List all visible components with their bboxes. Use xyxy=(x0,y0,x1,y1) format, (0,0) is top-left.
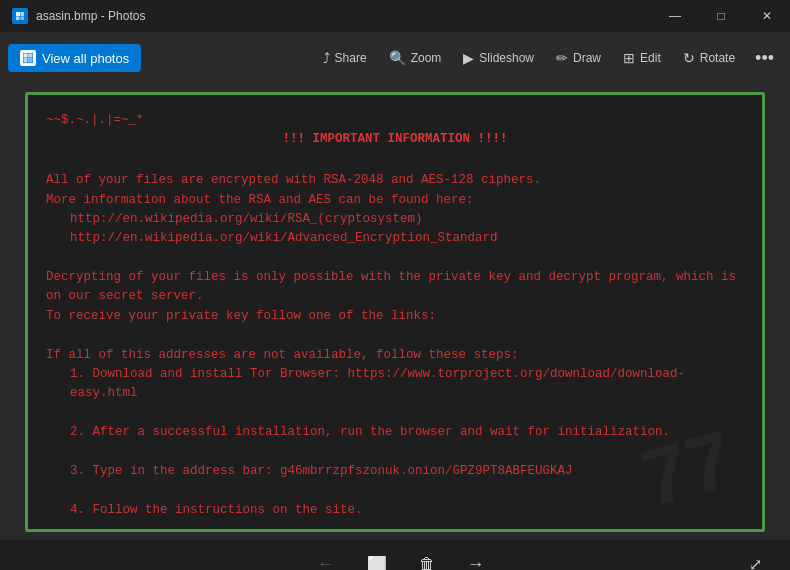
monitor-button[interactable]: ⬜ xyxy=(359,551,395,571)
window-title: asasin.bmp - Photos xyxy=(36,9,145,23)
svg-rect-1 xyxy=(16,12,20,16)
svg-rect-4 xyxy=(21,17,25,21)
share-label: Share xyxy=(335,51,367,65)
draw-label: Draw xyxy=(573,51,601,65)
bottom-bar: ← ⬜ 🗑 → ⤢ xyxy=(0,540,790,570)
note-line14: 1. Download and install Tor Browser: htt… xyxy=(70,365,744,404)
main-content: 77 ~~$.~.|.|=~_* !!! IMPORTANT INFORMATI… xyxy=(0,84,790,540)
svg-rect-3 xyxy=(16,17,20,21)
rotate-label: Rotate xyxy=(700,51,735,65)
note-line17: 4. Follow the instructions on the site. xyxy=(70,501,744,520)
back-button[interactable]: ← xyxy=(309,550,343,571)
slideshow-button[interactable]: ▶ Slideshow xyxy=(453,44,544,72)
note-important: !!! IMPORTANT INFORMATION !!!! xyxy=(46,130,744,149)
svg-rect-6 xyxy=(24,54,28,58)
zoom-button[interactable]: 🔍 Zoom xyxy=(379,44,452,72)
note-text: ~~$.~.|.|=~_* !!! IMPORTANT INFORMATION … xyxy=(46,111,744,532)
note-line9: Decrypting of your files is only possibl… xyxy=(46,270,736,303)
window-controls: — □ ✕ xyxy=(652,0,790,32)
draw-icon: ✏ xyxy=(556,50,568,66)
rotate-button[interactable]: ↻ Rotate xyxy=(673,44,745,72)
note-line4: All of your files are encrypted with RSA… xyxy=(46,173,541,187)
view-all-label: View all photos xyxy=(42,51,129,66)
edit-icon: ⊞ xyxy=(623,50,635,66)
photos-icon xyxy=(20,50,36,66)
edit-label: Edit xyxy=(640,51,661,65)
view-all-button[interactable]: View all photos xyxy=(8,44,141,72)
note-line6: http://en.wikipedia.org/wiki/RSA_(crypto… xyxy=(70,210,744,229)
slideshow-label: Slideshow xyxy=(479,51,534,65)
ransomware-note: 77 ~~$.~.|.|=~_* !!! IMPORTANT INFORMATI… xyxy=(25,92,765,532)
note-line10: To receive your private key follow one o… xyxy=(46,309,436,323)
maximize-button[interactable]: □ xyxy=(698,0,744,32)
svg-rect-8 xyxy=(24,58,28,63)
app-icon xyxy=(12,8,28,24)
slideshow-icon: ▶ xyxy=(463,50,474,66)
share-button[interactable]: ⤴ Share xyxy=(313,44,377,72)
svg-rect-9 xyxy=(28,58,33,63)
note-line16: 3. Type in the address bar: g46mbrrzpfsz… xyxy=(70,462,744,481)
svg-rect-7 xyxy=(28,54,33,58)
minimize-button[interactable]: — xyxy=(652,0,698,32)
svg-rect-2 xyxy=(21,12,25,16)
toolbar-actions: ⤴ Share 🔍 Zoom ▶ Slideshow ✏ Draw ⊞ Edit… xyxy=(313,44,782,73)
edit-button[interactable]: ⊞ Edit xyxy=(613,44,671,72)
zoom-label: Zoom xyxy=(411,51,442,65)
forward-button[interactable]: → xyxy=(459,550,493,571)
note-line7: http://en.wikipedia.org/wiki/Advanced_En… xyxy=(70,229,744,248)
note-line5: More information about the RSA and AES c… xyxy=(46,193,474,207)
trash-button[interactable]: 🗑 xyxy=(411,551,443,570)
title-bar-left: asasin.bmp - Photos xyxy=(12,8,145,24)
title-bar: asasin.bmp - Photos — □ ✕ xyxy=(0,0,790,32)
more-button[interactable]: ••• xyxy=(747,44,782,73)
toolbar: View all photos ⤴ Share 🔍 Zoom ▶ Slidesh… xyxy=(0,32,790,84)
note-line1: ~~$.~.|.|=~_* xyxy=(46,113,144,127)
note-line13: If all of this addresses are not availab… xyxy=(46,348,519,362)
note-line15: 2. After a successful installation, run … xyxy=(70,423,744,442)
rotate-icon: ↻ xyxy=(683,50,695,66)
share-icon: ⤴ xyxy=(323,50,330,66)
fullscreen-button[interactable]: ⤢ xyxy=(741,551,770,571)
zoom-icon: 🔍 xyxy=(389,50,406,66)
draw-button[interactable]: ✏ Draw xyxy=(546,44,611,72)
close-button[interactable]: ✕ xyxy=(744,0,790,32)
nav-controls: ← ⬜ 🗑 → xyxy=(309,550,493,571)
